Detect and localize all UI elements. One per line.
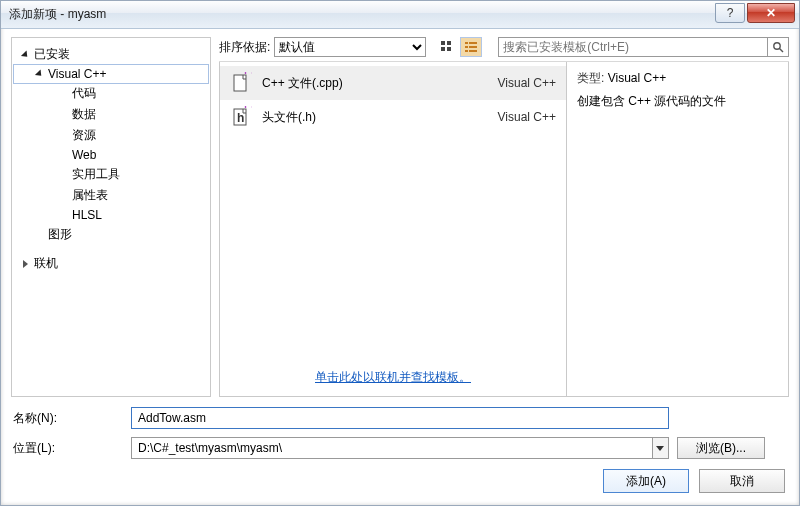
info-type-value: Visual C++ — [608, 71, 666, 85]
location-label: 位置(L): — [13, 440, 123, 457]
tree-label: 代码 — [72, 85, 96, 102]
tree-child-hlsl[interactable]: HLSL — [14, 206, 208, 224]
location-dropdown-icon[interactable] — [652, 437, 669, 459]
tree-child-data[interactable]: 数据 — [14, 104, 208, 125]
location-field-wrap — [131, 437, 669, 459]
list-icon — [464, 40, 478, 54]
window-controls: ? ✕ — [713, 1, 799, 28]
search-input[interactable] — [498, 37, 767, 57]
dialog-footer: 添加(A) 取消 — [1, 465, 799, 505]
tree-label: Web — [72, 148, 96, 162]
dialog-window: 添加新项 - myasm ? ✕ 已安装 Visual C++ 代码 数据 资源 — [0, 0, 800, 506]
browse-button[interactable]: 浏览(B)... — [677, 437, 765, 459]
name-label: 名称(N): — [13, 410, 123, 427]
view-grid-button[interactable] — [436, 37, 458, 57]
tree-label: 数据 — [72, 106, 96, 123]
online-search-link: 单击此处以联机并查找模板。 — [220, 361, 566, 396]
svg-text:h: h — [237, 111, 244, 125]
view-toggle-group — [436, 37, 482, 57]
tree-visual-cpp[interactable]: Visual C++ — [14, 65, 208, 83]
tree-label: HLSL — [72, 208, 102, 222]
svg-rect-2 — [441, 47, 445, 51]
chevron-right-icon — [20, 259, 30, 269]
content-area: 已安装 Visual C++ 代码 数据 资源 Web 实用工具 属性表 HLS… — [1, 29, 799, 397]
chevron-down-icon — [20, 50, 30, 60]
header-file-icon: h ++ — [230, 106, 252, 128]
template-name: C++ 文件(.cpp) — [262, 75, 498, 92]
close-button[interactable]: ✕ — [747, 3, 795, 23]
svg-rect-6 — [465, 46, 468, 48]
svg-rect-8 — [465, 50, 468, 52]
sort-label: 排序依据: — [219, 39, 270, 56]
search-icon — [772, 41, 784, 53]
tree-child-util[interactable]: 实用工具 — [14, 164, 208, 185]
chevron-down-icon — [34, 69, 44, 79]
template-item-h[interactable]: h ++ 头文件(.h) Visual C++ — [220, 100, 566, 134]
tree-child-propsheet[interactable]: 属性表 — [14, 185, 208, 206]
template-item-cpp[interactable]: ++ C++ 文件(.cpp) Visual C++ — [220, 66, 566, 100]
tree-online[interactable]: 联机 — [14, 253, 208, 274]
svg-rect-5 — [469, 42, 477, 44]
tree-child-code[interactable]: 代码 — [14, 83, 208, 104]
tree-label: 资源 — [72, 127, 96, 144]
tree-label: 属性表 — [72, 187, 108, 204]
svg-point-10 — [774, 43, 780, 49]
info-type-row: 类型: Visual C++ — [577, 70, 778, 87]
tree-graphics[interactable]: 图形 — [14, 224, 208, 245]
template-lang: Visual C++ — [498, 76, 556, 90]
help-button[interactable]: ? — [715, 3, 745, 23]
window-title: 添加新项 - myasm — [9, 6, 106, 23]
cpp-file-icon: ++ — [230, 72, 252, 94]
template-lang: Visual C++ — [498, 110, 556, 124]
tree-label: Visual C++ — [48, 67, 106, 81]
svg-rect-1 — [447, 41, 451, 45]
template-name: 头文件(.h) — [262, 109, 498, 126]
tree-label: 实用工具 — [72, 166, 120, 183]
toolbar: 排序依据: 默认值 — [219, 37, 789, 62]
online-link[interactable]: 单击此处以联机并查找模板。 — [315, 370, 471, 384]
template-list[interactable]: ++ C++ 文件(.cpp) Visual C++ — [219, 62, 567, 397]
search-box — [498, 37, 789, 57]
sort-select[interactable]: 默认值 — [274, 37, 426, 57]
svg-text:++: ++ — [242, 72, 252, 78]
tree-child-web[interactable]: Web — [14, 146, 208, 164]
location-field[interactable] — [131, 437, 652, 459]
form-area: 名称(N): 位置(L): 浏览(B)... — [1, 397, 799, 465]
close-icon: ✕ — [766, 6, 776, 20]
tree-label: 图形 — [48, 226, 72, 243]
tree-label: 已安装 — [34, 46, 70, 63]
svg-rect-0 — [441, 41, 445, 45]
tree-label: 联机 — [34, 255, 58, 272]
grid-icon — [440, 40, 454, 54]
title-bar: 添加新项 - myasm ? ✕ — [1, 1, 799, 29]
list-and-info: ++ C++ 文件(.cpp) Visual C++ — [219, 62, 789, 397]
cancel-button[interactable]: 取消 — [699, 469, 785, 493]
svg-line-11 — [780, 49, 784, 53]
template-rows: ++ C++ 文件(.cpp) Visual C++ — [220, 62, 566, 138]
info-panel: 类型: Visual C++ 创建包含 C++ 源代码的文件 — [567, 62, 789, 397]
middle-panel: 排序依据: 默认值 — [219, 37, 789, 397]
search-button[interactable] — [767, 37, 789, 57]
info-type-label: 类型: — [577, 71, 604, 85]
tree-child-resource[interactable]: 资源 — [14, 125, 208, 146]
name-field[interactable] — [131, 407, 669, 429]
tree-installed[interactable]: 已安装 — [14, 44, 208, 65]
info-desc: 创建包含 C++ 源代码的文件 — [577, 93, 778, 110]
help-icon: ? — [727, 6, 734, 20]
svg-rect-9 — [469, 50, 477, 52]
view-list-button[interactable] — [460, 37, 482, 57]
svg-rect-3 — [447, 47, 451, 51]
svg-rect-7 — [469, 46, 477, 48]
add-button[interactable]: 添加(A) — [603, 469, 689, 493]
svg-text:++: ++ — [242, 106, 252, 112]
svg-rect-4 — [465, 42, 468, 44]
category-tree[interactable]: 已安装 Visual C++ 代码 数据 资源 Web 实用工具 属性表 HLS… — [11, 37, 211, 397]
